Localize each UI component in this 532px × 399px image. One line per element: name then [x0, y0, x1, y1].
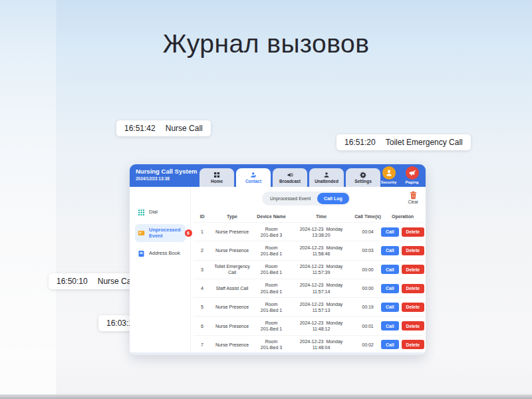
paging-button[interactable]: Paging: [402, 166, 422, 184]
delete-button[interactable]: Delete: [402, 227, 424, 237]
call-notification-chip: 16:51:20Toilet Emergency Call: [336, 134, 471, 150]
cell-id: 1: [201, 229, 203, 234]
sidebar-item-address-book[interactable]: Address Book: [135, 247, 186, 261]
call-button[interactable]: Call: [381, 321, 398, 331]
time-clock-line: 11:57:13: [300, 307, 343, 313]
table-row: 5Nurse PresenceRoom201-Bed 12024-12-23 M…: [194, 297, 423, 316]
cell-call-duration: 00:01: [362, 324, 374, 329]
chip-time: 16:50:10: [57, 277, 88, 286]
device-bed-line: 201-Bed 1: [261, 289, 282, 295]
cell-type: Staff Assist Call: [214, 285, 251, 291]
chip-time: 16:51:42: [124, 124, 156, 133]
cell-call-duration: 00:00: [362, 267, 374, 272]
tab-home[interactable]: Home: [200, 168, 234, 187]
tab-unattended[interactable]: Unattended: [309, 168, 344, 187]
nursing-call-system-window: Nursing Call System 2024/12/23 13:38 Hom…: [130, 164, 426, 355]
cell-time: 2024-12-23 Monday13:38:20: [300, 226, 343, 238]
delete-button[interactable]: Delete: [402, 265, 424, 274]
device-room-line: Room: [261, 320, 282, 326]
cell-type: Nurse Presence: [213, 323, 251, 329]
call-button[interactable]: Call: [381, 265, 398, 274]
cell-type: Nurse Presence: [213, 304, 251, 310]
delete-button[interactable]: Delete: [402, 321, 424, 331]
cell-call-duration: 00:02: [362, 342, 374, 347]
nav-tabs: HomeContactBroadcastUnattendedSettings: [200, 168, 380, 187]
trash-icon: [409, 190, 418, 199]
call-button[interactable]: Call: [381, 246, 398, 255]
desktop-background: Журнал вызовов 16:51:42Nurse Call16:51:2…: [0, 0, 532, 399]
page-title: Журнал вызовов: [0, 29, 532, 59]
cell-type: Nurse Presence: [213, 247, 251, 253]
sidebar-item-label: Dial: [149, 209, 183, 215]
chip-time: 16:51:20: [344, 138, 376, 147]
clear-button[interactable]: Clear: [408, 190, 418, 204]
time-date-line: 2024-12-23 Monday: [300, 320, 343, 326]
cell-time: 2024-12-23 Monday11:57:39: [300, 263, 343, 275]
cell-time: 2024-12-23 Monday11:48:04: [300, 338, 343, 350]
corner-button-label: Security: [381, 180, 397, 184]
table-row: 6Nurse PresenceRoom201-Bed 12024-12-23 M…: [194, 316, 423, 334]
security-button[interactable]: Security: [378, 166, 399, 184]
call-log-table: IDTypeDevice NameTimeCall Time(s)Operati…: [194, 211, 423, 354]
app-title-block: Nursing Call System 2024/12/23 13:38: [136, 168, 197, 181]
clear-button-label: Clear: [408, 200, 418, 204]
call-notification-chip: 16:51:42Nurse Call: [116, 120, 211, 136]
security-circle: [382, 166, 396, 180]
background-left-column: [0, 0, 57, 399]
table-row: 3Toilet Emergency CallRoom201-Bed 12024-…: [194, 260, 423, 279]
table-row: 2Nurse PresenceRoom201-Bed 12024-12-23 M…: [194, 241, 423, 259]
corner-buttons: SecurityPaging: [378, 166, 422, 184]
device-bed-line: 201-Bed 3: [261, 232, 282, 238]
tab-label: Settings: [354, 179, 372, 184]
cell-id: 2: [201, 248, 203, 253]
tab-label: Broadcast: [279, 179, 301, 184]
cell-type: Nurse Presence: [213, 229, 251, 235]
device-room-line: Room: [261, 338, 282, 344]
cell-operation: CallDelete: [381, 246, 424, 255]
sidebar: DialUnprocessed Event6Address Book: [130, 187, 191, 352]
delete-button[interactable]: Delete: [402, 246, 424, 255]
sidebar-item-dial[interactable]: Dial: [135, 205, 186, 219]
column-header-time: Time: [316, 214, 327, 219]
call-button[interactable]: Call: [381, 284, 398, 293]
tab-label: Unattended: [315, 179, 338, 184]
delete-button[interactable]: Delete: [402, 303, 424, 312]
cell-device-name: Room201-Bed 1: [261, 282, 282, 294]
toggle-call-log[interactable]: Call Log: [317, 193, 349, 204]
column-header-id: ID: [200, 214, 205, 219]
event-card-icon: [138, 229, 145, 237]
column-header-device-name: Device Name: [257, 214, 286, 219]
delete-button[interactable]: Delete: [402, 340, 424, 349]
tab-label: Contact: [245, 179, 261, 184]
time-date-line: 2024-12-23 Monday: [300, 263, 343, 269]
delete-button[interactable]: Delete: [402, 284, 424, 293]
cell-device-name: Room201-Bed 1: [261, 301, 282, 313]
sidebar-item-label: Unprocessed Event: [149, 227, 181, 239]
cell-time: 2024-12-23 Monday11:57:14: [300, 282, 343, 294]
toggle-unprocessed-event[interactable]: Unprocessed Event: [263, 193, 317, 204]
time-clock-line: 11:57:14: [300, 289, 343, 295]
cell-operation: CallDelete: [381, 227, 424, 237]
tab-contact[interactable]: Contact: [236, 168, 271, 187]
call-button[interactable]: Call: [381, 340, 398, 349]
device-room-line: Room: [261, 245, 282, 251]
cell-operation: CallDelete: [381, 303, 424, 312]
time-clock-line: 13:38:20: [300, 232, 343, 238]
tab-settings[interactable]: Settings: [346, 168, 380, 187]
cell-call-duration: 00:00: [362, 286, 374, 291]
cell-operation: CallDelete: [381, 265, 424, 274]
tab-broadcast[interactable]: Broadcast: [273, 168, 307, 187]
dialpad-icon: [138, 209, 145, 216]
call-button[interactable]: Call: [381, 227, 398, 237]
security-person-icon: [385, 169, 393, 177]
time-date-line: 2024-12-23 Monday: [300, 338, 343, 344]
unattended-person-icon: [323, 172, 330, 178]
sidebar-item-unprocessed-event[interactable]: Unprocessed Event6: [135, 224, 186, 242]
column-header-operation: Operation: [392, 214, 414, 219]
call-button[interactable]: Call: [381, 303, 398, 312]
cell-operation: CallDelete: [381, 284, 424, 293]
call-notification-chip: 16:50:10Nurse Call: [49, 273, 143, 289]
device-bed-line: 201-Bed 1: [261, 269, 282, 275]
sidebar-item-label: Address Book: [149, 251, 183, 257]
device-room-line: Room: [261, 301, 282, 307]
